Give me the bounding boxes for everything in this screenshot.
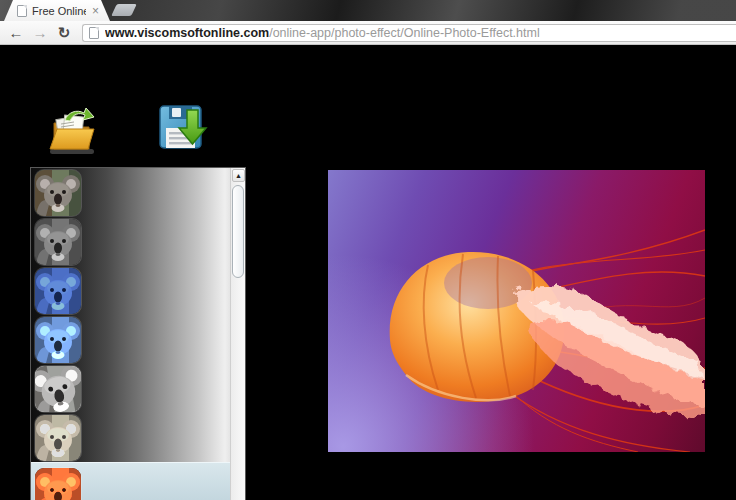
- url-text: www.viscomsoftonline.com/online-app/phot…: [105, 26, 540, 40]
- scroll-up-icon[interactable]: ▲: [232, 169, 245, 182]
- back-button[interactable]: ←: [6, 23, 26, 43]
- effect-thumbnail[interactable]: [35, 268, 81, 314]
- vertical-scrollbar[interactable]: ▲ ▼: [230, 168, 245, 500]
- open-folder-icon: [47, 105, 97, 157]
- tab-favicon-page-icon: [17, 5, 27, 17]
- tab-strip: Free Online Photo Effect ×: [0, 0, 736, 21]
- effect-row-twirl[interactable]: [31, 364, 231, 413]
- koala-effect-preview-icon: [35, 268, 81, 314]
- effect-row-blue[interactable]: [31, 315, 231, 364]
- effect-thumbnail[interactable]: [35, 219, 81, 265]
- effect-row-light[interactable]: [31, 413, 231, 462]
- address-bar[interactable]: www.viscomsoftonline.com/online-app/phot…: [82, 24, 736, 42]
- effect-row-dark-blue[interactable]: [31, 266, 231, 315]
- new-tab-button[interactable]: [111, 4, 137, 16]
- vertical-scrollbar-thumb[interactable]: [232, 185, 244, 278]
- forward-button[interactable]: →: [30, 23, 50, 43]
- open-image-button[interactable]: [47, 105, 97, 157]
- koala-effect-preview-icon: [35, 317, 81, 363]
- effect-thumbnail[interactable]: [35, 366, 81, 412]
- save-image-button[interactable]: [158, 104, 208, 156]
- koala-effect-preview-icon: [35, 219, 81, 265]
- reload-button[interactable]: ↻: [54, 23, 74, 43]
- browser-tab[interactable]: Free Online Photo Effect ×: [4, 0, 110, 21]
- effect-row-red[interactable]: [31, 462, 231, 500]
- browser-toolbar: ← → ↻ www.viscomsoftonline.com/online-ap…: [0, 21, 736, 45]
- url-domain: www.viscomsoftonline.com: [105, 26, 269, 40]
- app-content: ▲ ▼ ◄ ►: [0, 45, 736, 500]
- tab-title: Free Online Photo Effect: [32, 5, 86, 17]
- preview-image: [328, 170, 705, 452]
- effect-row-grayscale[interactable]: [31, 217, 231, 266]
- effect-thumbnail[interactable]: [35, 468, 81, 500]
- effects-panel: ▲ ▼ ◄ ►: [30, 167, 246, 500]
- effect-thumbnail[interactable]: [35, 170, 81, 216]
- koala-effect-preview-icon: [35, 468, 81, 500]
- effects-list: [31, 168, 231, 500]
- save-disk-icon: [158, 104, 208, 156]
- effect-thumbnail[interactable]: [35, 415, 81, 461]
- effect-thumbnail[interactable]: [35, 317, 81, 363]
- tab-close-icon[interactable]: ×: [91, 5, 100, 17]
- url-page-icon: [89, 27, 99, 39]
- url-path: /online-app/photo-effect/Online-Photo-Ef…: [269, 26, 540, 40]
- koala-effect-preview-icon: [35, 170, 81, 216]
- koala-effect-preview-icon: [35, 415, 81, 461]
- koala-effect-preview-icon: [35, 366, 81, 412]
- jellyfish-image: [328, 170, 705, 452]
- effect-row-original[interactable]: [31, 168, 231, 217]
